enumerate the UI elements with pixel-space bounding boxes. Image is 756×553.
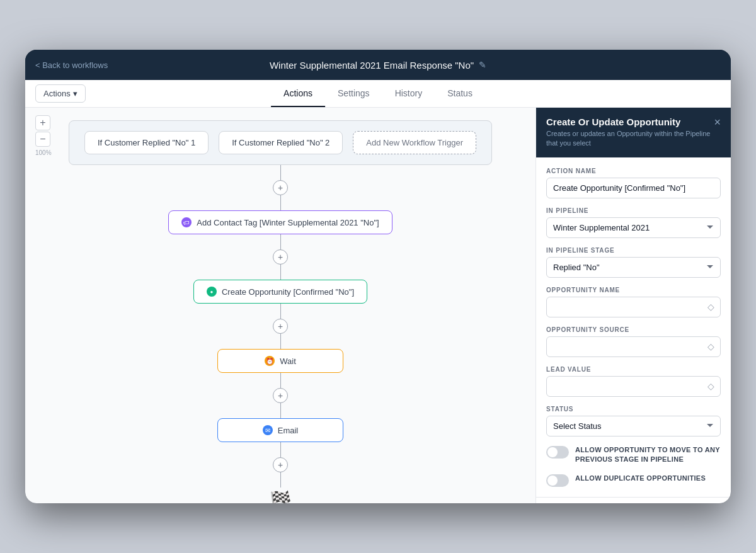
add-trigger-button[interactable]: Add New Workflow Trigger: [353, 131, 476, 154]
lead-value-field-icon: ◇: [707, 381, 714, 391]
toggle-previous-stage[interactable]: [546, 446, 569, 459]
opportunity-name-input[interactable]: [546, 297, 721, 317]
toggle-previous-stage-label: ALLOW OPPORTUNITY TO MOVE TO ANY PREVIOU…: [575, 445, 721, 465]
add-step-button-4[interactable]: +: [273, 388, 288, 403]
toggle-duplicate-label: ALLOW DUPLICATE OPPORTUNITIES: [575, 474, 706, 483]
tag-node-label: Add Contact Tag [Winter Supplemental 202…: [197, 218, 379, 227]
right-panel: Create Or Update Opportunity Creates or …: [536, 108, 731, 503]
opportunity-name-label: OPPORTUNITY NAME: [546, 287, 721, 294]
in-pipeline-label: IN PIPELINE: [546, 207, 721, 214]
trigger-node-1[interactable]: If Customer Replied "No" 1: [84, 131, 209, 154]
zoom-in-icon: +: [40, 118, 45, 128]
action-name-field-group: ACTION NAME: [546, 168, 721, 198]
connector-2: +: [273, 234, 288, 280]
add-step-button-5[interactable]: +: [273, 457, 288, 472]
add-trigger-label: Add New Workflow Trigger: [366, 138, 463, 147]
connector-line-4b: [280, 403, 281, 418]
toggle-previous-stage-row: ALLOW OPPORTUNITY TO MOVE TO ANY PREVIOU…: [546, 445, 721, 465]
lead-value-input-wrapper: ◇: [546, 376, 721, 397]
top-bar: < Back to workflows Winter Supplemental …: [25, 50, 731, 80]
tag-node-icon: 🏷: [181, 217, 192, 227]
connector-1: +: [273, 165, 288, 210]
in-pipeline-select[interactable]: Winter Supplemental 2021: [546, 217, 721, 238]
panel-body: ACTION NAME IN PIPELINE Winter Supplemen…: [536, 157, 731, 497]
connector-4: +: [273, 373, 288, 418]
connector-line-2a: [280, 234, 281, 249]
main-content: + − 100% If Customer Replied "No" 1 If C…: [25, 108, 731, 503]
connector-line-5a: [280, 442, 281, 457]
connector-line-3b: [280, 334, 281, 349]
app-window: < Back to workflows Winter Supplemental …: [25, 50, 731, 503]
opportunity-name-field-group: OPPORTUNITY NAME ◇: [546, 287, 721, 317]
tab-settings-label: Settings: [338, 88, 370, 98]
connector-line-1: [280, 165, 281, 180]
toggle-duplicate[interactable]: [546, 474, 569, 487]
zoom-controls: + − 100%: [35, 115, 52, 156]
opportunity-node-label: Create Opportunity [Confirmed "No"]: [222, 287, 354, 297]
panel-subtitle: Creates or updates an Opportunity within…: [546, 129, 714, 149]
email-node-icon: ✉: [263, 425, 273, 435]
pipeline-stage-label: IN PIPELINE STAGE: [546, 247, 721, 254]
panel-title-group: Create Or Update Opportunity Creates or …: [546, 117, 714, 149]
trigger-node-2-label: If Customer Replied "No" 2: [232, 138, 329, 147]
opportunity-name-field-icon: ◇: [707, 302, 714, 312]
tab-actions-label: Actions: [284, 88, 312, 98]
action-name-input[interactable]: [546, 178, 721, 198]
connector-line-4a: [280, 373, 281, 388]
trigger-row: If Customer Replied "No" 1 If Customer R…: [69, 120, 492, 165]
tab-actions[interactable]: Actions: [271, 81, 325, 107]
status-label: STATUS: [546, 406, 721, 413]
finish-flag: 🏁: [270, 490, 292, 503]
zoom-out-button[interactable]: −: [35, 132, 50, 147]
action-name-label: ACTION NAME: [546, 168, 721, 174]
tab-status[interactable]: Status: [435, 81, 485, 107]
opportunity-source-label: OPPORTUNITY SOURCE: [546, 326, 721, 333]
page-title: Winter Supplemental 2021 Email Response …: [270, 60, 486, 71]
status-field-group: STATUS Select Status: [546, 406, 721, 436]
tab-status-label: Status: [447, 88, 472, 98]
finish-flag-icon: 🏁: [270, 491, 292, 503]
trigger-node-2[interactable]: If Customer Replied "No" 2: [219, 131, 343, 154]
opportunity-name-input-wrapper: ◇: [546, 297, 721, 317]
add-step-button-2[interactable]: +: [273, 249, 288, 265]
tab-settings[interactable]: Settings: [325, 81, 382, 107]
close-panel-button[interactable]: ×: [714, 117, 721, 128]
email-node[interactable]: ✉ Email: [217, 418, 343, 442]
tab-history[interactable]: History: [382, 81, 435, 107]
back-label: < Back to workflows: [35, 60, 108, 70]
panel-header: Create Or Update Opportunity Creates or …: [536, 108, 731, 157]
connector-3: +: [273, 304, 288, 349]
connector-line-1b: [280, 195, 281, 210]
tag-node[interactable]: 🏷 Add Contact Tag [Winter Supplemental 2…: [168, 210, 392, 234]
edit-icon[interactable]: ✎: [479, 60, 486, 70]
actions-dropdown-button[interactable]: Actions ▾: [35, 84, 86, 103]
connector-line-5b: [280, 472, 281, 487]
lead-value-field-group: LEAD VALUE ◇: [546, 366, 721, 397]
status-select[interactable]: Select Status: [546, 416, 721, 436]
wait-node-icon: ⏰: [265, 356, 275, 366]
tab-bar: Actions ▾ Actions Settings History Statu…: [25, 80, 731, 108]
workflow-title: Winter Supplemental 2021 Email Response …: [270, 60, 474, 71]
lead-value-input[interactable]: [546, 376, 721, 397]
opportunity-source-input[interactable]: [546, 336, 721, 357]
panel-footer: Delete Cancel Save Action: [536, 497, 731, 503]
tab-history-label: History: [395, 88, 423, 98]
email-node-label: Email: [278, 426, 299, 435]
connector-line-3a: [280, 304, 281, 319]
opportunity-node[interactable]: ● Create Opportunity [Confirmed "No"]: [193, 280, 367, 304]
workflow-canvas[interactable]: + − 100% If Customer Replied "No" 1 If C…: [25, 108, 536, 503]
add-step-button-3[interactable]: +: [273, 319, 288, 334]
actions-dropdown-label: Actions: [43, 89, 71, 98]
wait-node[interactable]: ⏰ Wait: [217, 349, 343, 373]
wait-node-label: Wait: [280, 356, 296, 366]
add-step-button-1[interactable]: +: [273, 180, 288, 195]
zoom-out-icon: −: [40, 134, 45, 144]
pipeline-stage-select[interactable]: Replied "No": [546, 257, 721, 278]
connector-line-2b: [280, 265, 281, 280]
zoom-in-button[interactable]: +: [35, 115, 50, 130]
opportunity-source-input-wrapper: ◇: [546, 336, 721, 357]
trigger-node-1-label: If Customer Replied "No" 1: [98, 138, 195, 147]
panel-title: Create Or Update Opportunity: [546, 117, 714, 127]
lead-value-label: LEAD VALUE: [546, 366, 721, 373]
back-link[interactable]: < Back to workflows: [35, 60, 108, 70]
